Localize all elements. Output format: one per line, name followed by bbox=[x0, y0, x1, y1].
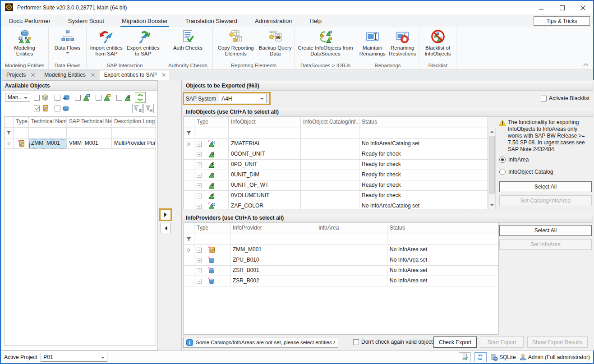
filter-row[interactable] bbox=[5, 128, 156, 138]
expand-icon[interactable] bbox=[197, 194, 202, 198]
table-row[interactable]: ZAF_COLOR No InfoArea/Catalog set bbox=[184, 201, 488, 209]
blacklist-infoobjects-button[interactable]: Blacklist of InfoObjects bbox=[421, 28, 455, 62]
expand-icon[interactable] bbox=[197, 173, 202, 178]
tips-tricks-button[interactable]: Tips & Tricks bbox=[534, 16, 590, 26]
svg-text:$: $ bbox=[128, 94, 130, 99]
table-row[interactable]: $ 0UNIT_OF_WT Ready for check bbox=[184, 180, 488, 191]
tab-projects[interactable]: Projects bbox=[2, 70, 39, 80]
minimize-button[interactable] bbox=[531, 1, 552, 14]
auth-checks-button[interactable]: Auth Checks bbox=[168, 28, 208, 62]
tab-modeling-entities[interactable]: Modeling Entities bbox=[40, 70, 99, 80]
show-export-results-button[interactable]: Show Export Results bbox=[527, 336, 588, 348]
set-catalog-infoarea-button[interactable]: Set Catalog/InfoArea bbox=[499, 195, 592, 206]
export-entities-button[interactable]: Export entities to SAP bbox=[125, 28, 162, 62]
renaming-restrictions-button[interactable]: Renaming Restrictions bbox=[387, 28, 418, 62]
database-status[interactable]: SQLite bbox=[490, 354, 516, 361]
infoobjects-select-all-button[interactable]: Select All bbox=[499, 181, 592, 192]
table-row[interactable]: $ 0VOLUMEUNIT Ready for check bbox=[184, 191, 488, 201]
backup-query-data-button[interactable]: Backup Query Data bbox=[257, 28, 293, 62]
table-row[interactable]: $ 0PO_UNIT Ready for check bbox=[184, 160, 488, 170]
status-cell: No InfoArea set bbox=[387, 255, 498, 266]
expand-icon[interactable] bbox=[197, 152, 202, 157]
tab-export-entities-to-sap[interactable]: Export entities to SAP bbox=[100, 70, 170, 80]
expand-icon[interactable] bbox=[197, 162, 202, 167]
menu-tab-docu-performer[interactable]: Docu Performer bbox=[8, 16, 52, 27]
table-row[interactable]: ZMM_M001 No InfoArea set bbox=[184, 245, 498, 255]
close-icon[interactable] bbox=[91, 73, 95, 77]
dso-icon bbox=[62, 94, 69, 101]
filter-checkbox-infocube[interactable] bbox=[34, 95, 40, 101]
expand-icon[interactable] bbox=[197, 279, 202, 284]
active-project-dropdown[interactable]: P01 bbox=[41, 353, 107, 362]
expand-icon[interactable] bbox=[197, 268, 202, 273]
menu-tab-help[interactable]: Help bbox=[308, 16, 323, 27]
expand-icon[interactable] bbox=[197, 248, 202, 253]
start-export-button[interactable]: Start Export bbox=[480, 336, 524, 348]
available-objects-panel: Available Objects Man... $ bbox=[2, 80, 158, 350]
modeling-entities-button[interactable]: Modeling Entities bbox=[3, 28, 46, 62]
check-export-button[interactable]: Check Export bbox=[433, 336, 477, 348]
maintain-renamings-button[interactable]: Maintain Renamings bbox=[358, 28, 387, 62]
status-cell: Ready for check bbox=[359, 191, 488, 201]
create-infoobjects-icon bbox=[318, 29, 333, 44]
status-cell: Ready for check bbox=[359, 180, 488, 191]
refresh-button[interactable] bbox=[135, 92, 146, 103]
sap-system-dropdown[interactable]: A4H bbox=[219, 94, 267, 103]
filter-checkbox-multiprovider[interactable] bbox=[34, 106, 40, 111]
close-icon[interactable] bbox=[162, 73, 166, 77]
close-icon[interactable] bbox=[31, 73, 35, 77]
filter-row[interactable] bbox=[184, 234, 498, 245]
import-entities-icon bbox=[99, 29, 114, 44]
create-infoobjects-button[interactable]: Create InfoObjects from DataSources bbox=[296, 28, 355, 62]
chevron-down-icon bbox=[260, 98, 264, 100]
table-row[interactable]: ZMM_M001 VMM_M001 MultiProvider Purc... bbox=[5, 138, 156, 149]
table-row[interactable]: $ 0CONT_UNIT Ready for check bbox=[184, 149, 488, 160]
svg-text:$: $ bbox=[212, 182, 214, 187]
user-status[interactable]: Admin (Full administrator) bbox=[520, 354, 590, 360]
data-flows-button[interactable]: Data Flows bbox=[50, 28, 85, 62]
expand-icon[interactable] bbox=[197, 258, 202, 263]
filter-checkbox-keyfigure-grid[interactable] bbox=[96, 95, 101, 101]
infoobjects-scrollbar[interactable] bbox=[488, 128, 496, 209]
log-button[interactable] bbox=[459, 352, 471, 362]
scroll-down-button[interactable] bbox=[488, 202, 495, 209]
scroll-up-button[interactable] bbox=[488, 128, 495, 135]
import-entities-button[interactable]: Import entities from SAP bbox=[88, 28, 125, 62]
filter-checkbox-adso[interactable] bbox=[55, 106, 60, 111]
move-to-export-button[interactable] bbox=[159, 208, 172, 221]
expand-icon[interactable] bbox=[197, 204, 202, 209]
scroll-thumb[interactable] bbox=[489, 136, 495, 194]
table-row[interactable]: ZSR_B001 No InfoArea set bbox=[184, 266, 498, 276]
filter-checkbox-keyfigure[interactable] bbox=[116, 95, 122, 101]
radio-infoobject-catalog[interactable] bbox=[499, 169, 506, 175]
copy-reporting-elements-button[interactable]: Copy Reporting Elements bbox=[214, 28, 257, 62]
filter-clear-icon bbox=[145, 105, 153, 112]
table-row[interactable]: ZSR_B002 No InfoArea set bbox=[184, 276, 498, 286]
table-row[interactable]: ZMATERIAL No InfoArea/Catalog set bbox=[184, 139, 488, 149]
filter-row[interactable] bbox=[184, 128, 488, 139]
infoarea-radio-group: InfoArea bbox=[499, 157, 529, 163]
table-row[interactable]: ZPU_B010 No InfoArea set bbox=[184, 255, 498, 266]
menu-tab-translation-steward[interactable]: Translation Steward bbox=[184, 16, 239, 27]
activate-blacklist-checkbox[interactable] bbox=[541, 96, 547, 101]
filter-checkbox-dso[interactable] bbox=[55, 95, 60, 101]
close-button[interactable] bbox=[572, 1, 593, 14]
infoproviders-select-all-button[interactable]: Select All bbox=[499, 225, 592, 236]
menu-tab-administration[interactable]: Administration bbox=[253, 16, 293, 27]
menu-tab-system-scout[interactable]: System Scout bbox=[67, 16, 106, 27]
expand-icon[interactable] bbox=[197, 183, 202, 188]
expand-icon[interactable] bbox=[197, 142, 202, 147]
filter-edit-button[interactable] bbox=[132, 104, 143, 113]
filter-clear-button[interactable] bbox=[143, 104, 154, 113]
table-row[interactable]: $ 0UNIT_DIM Ready for check bbox=[184, 170, 488, 180]
object-type-dropdown[interactable]: Man... bbox=[5, 93, 30, 102]
dont-check-checkbox[interactable] bbox=[353, 339, 359, 345]
collapse-ribbon-button[interactable] bbox=[582, 62, 589, 67]
radio-infoarea[interactable] bbox=[499, 157, 506, 163]
menu-tab-migration-booster[interactable]: Migration Booster bbox=[120, 16, 169, 27]
refresh-connection-button[interactable] bbox=[474, 352, 487, 362]
filter-checkbox-characteristic[interactable] bbox=[75, 95, 81, 101]
set-infoarea-button[interactable]: Set InfoArea bbox=[499, 239, 592, 250]
remove-from-export-button[interactable] bbox=[161, 223, 171, 233]
maximize-button[interactable] bbox=[552, 1, 572, 14]
